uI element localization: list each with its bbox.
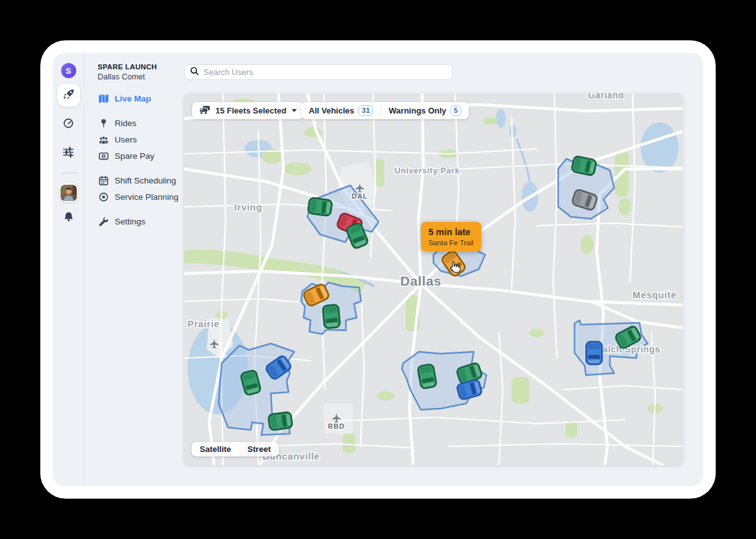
calendar-icon [98, 175, 109, 186]
nav-label: Service Planning [115, 192, 178, 202]
org-team: Dallas Comet [98, 72, 184, 81]
nav-item-settings[interactable]: Settings [84, 213, 184, 229]
nav-list: Live Map Rides [84, 90, 184, 229]
users-icon [98, 134, 109, 145]
app-content: S [53, 53, 703, 486]
street-layer-button[interactable]: Street [239, 442, 279, 456]
vehicle-status-tooltip[interactable]: 5 min late Santa Fe Trail [421, 222, 481, 252]
map-canvas: GarlandUniversity ParkIrvingDallasPrairi… [184, 93, 683, 465]
dashboard-gauge-button[interactable] [60, 117, 77, 132]
launch-rocket-button[interactable] [57, 84, 80, 107]
user-avatar[interactable] [59, 183, 78, 202]
tooltip-title: 5 min late [428, 226, 474, 238]
nav-item-live-map[interactable]: Live Map [84, 90, 184, 107]
nav-label: Spare Pay [115, 151, 154, 161]
tooltip-subtitle: Santa Fe Trail [428, 239, 474, 246]
fleet-selector-dropdown[interactable]: 15 Fleets Selected [192, 102, 304, 119]
nav-label: Shift Scheduling [115, 176, 176, 185]
nav-item-users[interactable]: Users [84, 131, 184, 148]
map-city-label: Mesquite [633, 289, 677, 300]
map-icon [98, 93, 109, 104]
vehicle-marker-green[interactable] [268, 412, 292, 431]
search-bar [184, 64, 453, 80]
wrench-icon [98, 216, 109, 227]
vehicle-marker-blue[interactable] [587, 342, 602, 364]
main-area: GarlandUniversity ParkIrvingDallasPrairi… [184, 53, 703, 486]
map-city-label: Irving [234, 202, 262, 212]
map-city-label: Garland [588, 93, 624, 100]
search-input[interactable] [203, 67, 447, 77]
money-icon: $ [98, 151, 109, 161]
notifications-bell-button[interactable] [60, 210, 77, 225]
vehicle-marker-green[interactable] [323, 304, 340, 328]
filter-warnings-only[interactable]: Warnings Only 5 [381, 102, 469, 119]
map-city-label: University Park [394, 166, 460, 175]
fleet-icon [199, 105, 210, 116]
vehicle-marker-green[interactable] [418, 364, 437, 389]
filter-all-vehicles[interactable]: All Vehicles 31 [301, 102, 381, 119]
rocket-icon [62, 88, 75, 103]
satellite-layer-button[interactable]: Satellite [192, 442, 239, 456]
icon-rail: S [53, 53, 84, 486]
filter-label: All Vehicles [309, 106, 354, 115]
target-icon [98, 192, 109, 202]
filter-label: Warnings Only [389, 106, 446, 115]
search-icon [190, 66, 199, 78]
nav-item-spare-pay[interactable]: $ Spare Pay [84, 148, 184, 164]
all-vehicles-count-badge: 31 [358, 105, 373, 116]
nav-label: Users [115, 135, 137, 144]
vehicle-marker-green[interactable] [307, 197, 332, 216]
warnings-count-badge: 5 [450, 105, 461, 116]
gauge-icon [62, 117, 74, 131]
spare-logo: S [61, 63, 76, 78]
fleet-dropdown-label: 15 Fleets Selected [215, 106, 287, 115]
svg-text:RBD: RBD [328, 422, 345, 430]
org-name: SPARE LAUNCH [98, 63, 184, 71]
nav-item-rides[interactable]: Rides [84, 115, 184, 131]
filters-sliders-button[interactable] [60, 146, 77, 161]
nav-item-service-planning[interactable]: Service Planning [84, 188, 184, 205]
pin-icon [98, 118, 109, 129]
live-map[interactable]: GarlandUniversity ParkIrvingDallasPrairi… [184, 93, 683, 465]
org-header: SPARE LAUNCH Dallas Comet [84, 53, 184, 81]
svg-text:DAL: DAL [352, 192, 368, 200]
map-city-label: Prairie [188, 318, 220, 329]
nav-item-shift-scheduling[interactable]: Shift Scheduling [84, 172, 184, 188]
app-window: S [40, 40, 716, 499]
sliders-icon [62, 146, 74, 160]
sidebar: SPARE LAUNCH Dallas Comet Live Map [84, 53, 184, 486]
chevron-down-icon [292, 109, 297, 112]
bell-icon [63, 211, 74, 224]
map-layer-switcher: Satellite Street [192, 442, 279, 456]
vehicle-filters: All Vehicles 31 Warnings Only 5 [301, 102, 469, 119]
map-city-label: Dallas [400, 274, 441, 288]
page-background: { "rail": { "logo_letter": "S" }, "sideb… [0, 0, 756, 539]
rail-divider [60, 172, 77, 174]
nav-label: Live Map [115, 94, 151, 103]
nav-label: Rides [115, 119, 137, 128]
nav-label: Settings [115, 217, 146, 226]
